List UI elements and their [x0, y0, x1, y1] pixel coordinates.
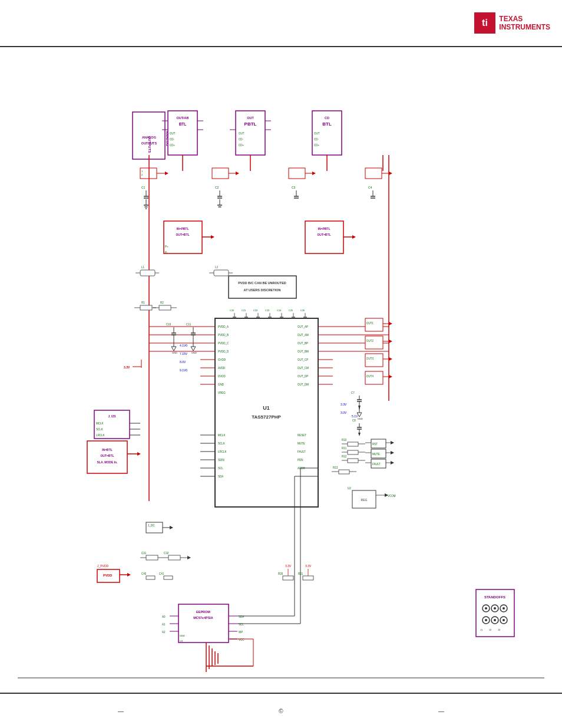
- svg-text:C22: C22: [253, 309, 258, 312]
- u1-ic: U1 TAS5727PHP PVDD_A PVDD_B PVDD_C PVDD_…: [200, 318, 333, 507]
- ti-logo-text: Texas Instruments: [499, 15, 550, 32]
- svg-text:AT USERS DISCRETION: AT USERS DISCRETION: [244, 288, 281, 292]
- svg-text:OUT_BM: OUT_BM: [297, 350, 309, 353]
- svg-text:C11: C11: [186, 323, 191, 326]
- page-footer: — © —: [0, 693, 562, 728]
- footer-left-dash: —: [118, 708, 124, 714]
- svg-text:GVDD: GVDD: [218, 358, 226, 361]
- svg-text:R10: R10: [342, 439, 347, 442]
- svg-text:MCLK: MCLK: [218, 434, 226, 437]
- svg-text:3.3V: 3.3V: [124, 365, 130, 369]
- svg-text:PVDD_C: PVDD_C: [218, 342, 229, 345]
- svg-rect-303: [146, 555, 158, 560]
- svg-text:GND: GND: [180, 634, 185, 637]
- svg-text:OUT1: OUT1: [366, 322, 373, 325]
- svg-text:RST: RST: [372, 443, 378, 446]
- svg-text:FAULT: FAULT: [297, 450, 306, 453]
- svg-text:MUTE: MUTE: [372, 453, 380, 456]
- svg-text:C24: C24: [277, 309, 282, 312]
- svg-text:OUT_AM: OUT_AM: [297, 334, 309, 337]
- svg-text:PBTL: PBTL: [244, 121, 257, 127]
- svg-text:MC57x4PSIA: MC57x4PSIA: [193, 616, 213, 620]
- svg-text:OUT_CM: OUT_CM: [297, 367, 309, 370]
- svg-rect-352: [164, 576, 173, 579]
- svg-text:BTL: BTL: [322, 121, 332, 127]
- svg-text:OUT_BP: OUT_BP: [297, 342, 308, 345]
- svg-rect-318: [348, 442, 358, 446]
- svg-rect-225: [159, 305, 171, 310]
- page-header: ti Texas Instruments: [0, 0, 562, 47]
- standoffs-box: STANDOFFS J1 J2 J3: [476, 589, 514, 637]
- svg-text:OUT_DP: OUT_DP: [297, 375, 308, 378]
- svg-rect-305: [168, 555, 180, 560]
- svg-text:R12: R12: [342, 455, 347, 458]
- ti-logo: ti Texas Instruments: [474, 12, 550, 34]
- svg-text:R2: R2: [160, 301, 164, 304]
- svg-rect-350: [146, 576, 155, 579]
- svg-text:GND: GND: [218, 383, 224, 386]
- svg-text:LRCLK: LRCLK: [96, 434, 105, 437]
- footer-copyright: ©: [279, 708, 283, 714]
- svg-text:SDIN: SDIN: [218, 459, 224, 462]
- svg-text:WP: WP: [239, 631, 243, 634]
- outzab-btl-box: OUT/AB BTL OUT CD- CD+: [162, 111, 203, 155]
- svg-rect-38: [212, 168, 229, 179]
- svg-text:OUTPUTS: OUTPUTS: [141, 141, 157, 145]
- svg-text:SLA. MODE In.: SLA. MODE In.: [97, 460, 118, 464]
- svg-rect-368: [339, 470, 349, 474]
- svg-text:MUTE: MUTE: [297, 442, 305, 445]
- svg-text:C25: C25: [289, 309, 293, 312]
- svg-text:SCLK: SCLK: [218, 442, 225, 445]
- svg-rect-274: [365, 336, 383, 349]
- svg-rect-75: [229, 276, 296, 298]
- svg-text:GND: GND: [172, 351, 177, 354]
- svg-text:CD-: CD-: [314, 138, 319, 141]
- svg-text:3.3V: 3.3V: [285, 564, 292, 568]
- svg-text:J_PVDD: J_PVDD: [97, 564, 109, 568]
- svg-text:OUT_DM: OUT_DM: [297, 383, 309, 386]
- svg-text:U3: U3: [180, 640, 183, 643]
- svg-text:A0: A0: [162, 615, 166, 618]
- svg-text:J_I2C: J_I2C: [148, 524, 156, 527]
- svg-text:7.15V: 7.15V: [180, 352, 188, 355]
- svg-point-177: [503, 607, 505, 610]
- svg-text:OUT: OUT: [247, 116, 254, 120]
- svg-text:C2: C2: [215, 186, 219, 189]
- svg-text:8.0V: 8.0V: [180, 360, 186, 364]
- svg-text:C4: C4: [368, 186, 372, 189]
- svg-text:OUT4: OUT4: [366, 375, 373, 378]
- schematic-area: ANALOG OUTPUTS ANALOG OUTPUTS OUT/AB BTL…: [0, 47, 562, 693]
- svg-text:C40: C40: [141, 572, 147, 575]
- svg-point-176: [494, 607, 496, 610]
- svg-text:R1: R1: [141, 301, 145, 304]
- analog-outputs-box: ANALOG OUTPUTS ANALOG OUTPUTS: [133, 112, 169, 159]
- svg-text:VREG: VREG: [218, 391, 226, 394]
- svg-text:U1: U1: [263, 405, 270, 411]
- svg-text:OUT=BTL: OUT=BTL: [317, 233, 330, 236]
- svg-rect-322: [348, 450, 358, 454]
- svg-text:PVDD B/C CAN BE UNROUTED: PVDD B/C CAN BE UNROUTED: [238, 281, 286, 285]
- svg-text:C26: C26: [300, 309, 305, 312]
- svg-text:DVDD: DVDD: [218, 375, 226, 378]
- svg-text:CD+: CD+: [170, 144, 175, 147]
- svg-text:SCL: SCL: [218, 467, 223, 470]
- svg-text:AVDD: AVDD: [218, 367, 226, 370]
- svg-text:3.3V: 3.3V: [305, 564, 312, 568]
- svg-text:ANALOG: ANALOG: [142, 136, 156, 139]
- svg-text:REG: REG: [361, 498, 368, 502]
- svg-text:SDA: SDA: [218, 475, 223, 478]
- svg-text:ti: ti: [482, 17, 488, 28]
- pvdd-note-box: PVDD B/C CAN BE UNROUTED AT USERS DISCRE…: [229, 276, 296, 298]
- svg-text:OUT: OUT: [170, 132, 176, 135]
- svg-text:CD-: CD-: [239, 138, 243, 141]
- svg-text:OUT/AB: OUT/AB: [176, 116, 189, 120]
- svg-text:STANDOFFS: STANDOFFS: [484, 595, 505, 599]
- svg-text:SCLK: SCLK: [96, 428, 103, 431]
- svg-text:A1: A1: [162, 623, 166, 626]
- svg-point-178: [485, 619, 487, 621]
- svg-text:3.0V: 3.0V: [340, 411, 347, 414]
- ti-brand-line2: Instruments: [499, 23, 550, 31]
- svg-text:EEPROM: EEPROM: [196, 610, 210, 614]
- svg-text:OUT: OUT: [239, 132, 244, 135]
- pbtl-box: OUT PBTL OUT CD- CD+: [230, 111, 271, 155]
